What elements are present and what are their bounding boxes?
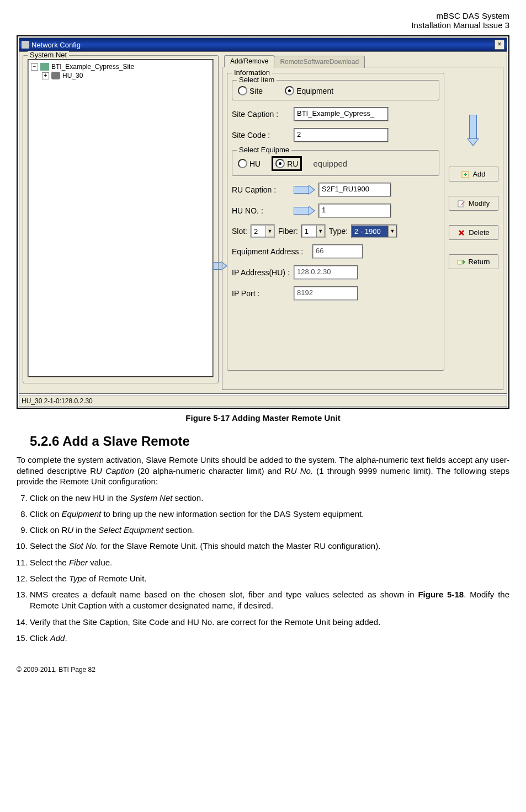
modify-button[interactable]: Modify bbox=[449, 196, 498, 211]
ip-addr-input: 128.0.2.30 bbox=[294, 265, 358, 280]
system-net-tree[interactable]: − BTI_Example_Cypress_Site + HU_30 bbox=[28, 59, 214, 377]
delete-icon bbox=[458, 229, 465, 237]
radio-icon bbox=[238, 159, 247, 168]
equip-addr-label: Equipment Address : bbox=[232, 247, 309, 256]
slot-dropdown[interactable]: 2 ▼ bbox=[251, 225, 275, 238]
equipped-label: equipped bbox=[313, 159, 347, 168]
tree-site-row[interactable]: − BTI_Example_Cypress_Site bbox=[31, 62, 210, 71]
step-7: Click on the new HU in the System Net se… bbox=[30, 493, 509, 504]
add-icon bbox=[461, 170, 469, 178]
header-line1: mBSC DAS System bbox=[17, 11, 509, 20]
site-caption-input[interactable]: BTI_Example_Cypress_ bbox=[294, 107, 389, 121]
radio-icon bbox=[285, 86, 294, 95]
information-group: Information Select item Site Equipment bbox=[227, 73, 444, 371]
radio-ru[interactable]: RU bbox=[275, 159, 298, 168]
svg-rect-2 bbox=[458, 260, 462, 264]
expander-icon[interactable]: + bbox=[42, 72, 49, 79]
type-value: 2 - 1900 bbox=[354, 227, 381, 236]
type-dropdown[interactable]: 2 - 1900 ▼ bbox=[351, 225, 397, 238]
modify-icon bbox=[458, 200, 465, 207]
site-code-label: Site Code : bbox=[232, 131, 290, 140]
radio-site[interactable]: Site bbox=[238, 86, 263, 95]
delete-button-label: Delete bbox=[469, 228, 490, 237]
window-titlebar: Network Config × bbox=[19, 38, 507, 52]
step-11: Select the Fiber value. bbox=[30, 557, 509, 568]
return-button-label: Return bbox=[468, 258, 490, 266]
select-item-group: Select item Site Equipment bbox=[232, 80, 439, 100]
modify-button-label: Modify bbox=[469, 199, 490, 207]
status-bar: HU_30 2-1-0:128.0.2.30 bbox=[19, 395, 507, 407]
hu-no-label: HU NO. : bbox=[232, 206, 290, 215]
section-heading: 5.2.6 Add a Slave Remote bbox=[30, 434, 509, 449]
chevron-down-icon: ▼ bbox=[265, 226, 274, 237]
site-code-input[interactable]: 2 bbox=[294, 128, 389, 142]
close-button[interactable]: × bbox=[495, 40, 504, 50]
network-config-window: Network Config × System Net − BTI_Exampl… bbox=[19, 38, 507, 407]
select-item-legend: Select item bbox=[237, 76, 277, 84]
app-icon bbox=[22, 41, 29, 49]
radio-hu[interactable]: HU bbox=[238, 159, 261, 168]
step-13: NMS creates a default name based on the … bbox=[30, 589, 509, 612]
select-equipment-group: Select Equipme HU RU e bbox=[232, 150, 439, 176]
step-15: Click Add. bbox=[30, 633, 509, 644]
tree-hu-row[interactable]: + HU_30 bbox=[31, 71, 210, 80]
type-label: Type: bbox=[329, 227, 348, 236]
fiber-label: Fiber: bbox=[278, 227, 298, 236]
figure-caption: Figure 5-17 Adding Master Remote Unit bbox=[17, 413, 509, 423]
delete-button[interactable]: Delete bbox=[449, 225, 498, 240]
return-icon bbox=[457, 258, 465, 266]
radio-site-label: Site bbox=[249, 87, 263, 95]
slot-value: 2 bbox=[254, 227, 258, 236]
ru-highlight-box: RU bbox=[272, 156, 302, 171]
ip-addr-label: IP Address(HU) : bbox=[232, 268, 290, 277]
expander-icon[interactable]: − bbox=[31, 63, 38, 71]
tab-bar: Add/Remove RemoteSoftwareDownload bbox=[224, 55, 503, 67]
annotation-arrow-hu-no bbox=[294, 206, 315, 215]
add-button-label: Add bbox=[472, 170, 485, 178]
step-8: Click on Equipment to bring up the new i… bbox=[30, 509, 509, 520]
footer: © 2009-2011, BTI Page 82 bbox=[17, 666, 509, 674]
window-title: Network Config bbox=[31, 41, 81, 49]
tree-hu-label: HU_30 bbox=[62, 72, 83, 79]
select-equipment-legend: Select Equipme bbox=[237, 146, 291, 154]
system-net-legend: System Net bbox=[28, 51, 69, 59]
figure-screenshot-frame: Network Config × System Net − BTI_Exampl… bbox=[17, 35, 509, 409]
fiber-dropdown[interactable]: 1 ▼ bbox=[301, 225, 326, 238]
return-button[interactable]: Return bbox=[449, 254, 498, 269]
step-9: Click on RU in the Select Equipment sect… bbox=[30, 525, 509, 536]
radio-equipment[interactable]: Equipment bbox=[285, 86, 333, 95]
ip-port-input: 8192 bbox=[294, 286, 358, 301]
chevron-down-icon: ▼ bbox=[316, 226, 325, 237]
hu-icon bbox=[51, 72, 60, 79]
fiber-value: 1 bbox=[305, 227, 309, 236]
chevron-down-icon: ▼ bbox=[388, 226, 396, 237]
site-icon bbox=[40, 63, 49, 71]
page-header: mBSC DAS System Installation Manual Issu… bbox=[17, 11, 509, 30]
ip-port-label: IP Port : bbox=[232, 289, 290, 298]
site-caption-label: Site Caption : bbox=[232, 110, 290, 119]
steps-list: Click on the new HU in the System Net se… bbox=[17, 493, 509, 644]
tree-site-label: BTI_Example_Cypress_Site bbox=[51, 63, 134, 71]
system-net-group: System Net − BTI_Example_Cypress_Site + … bbox=[23, 55, 219, 383]
step-10: Select the Slot No. for the Slave Remote… bbox=[30, 541, 509, 552]
radio-icon bbox=[238, 86, 247, 95]
equip-addr-input: 66 bbox=[312, 244, 363, 259]
annotation-arrow-ru-caption bbox=[294, 185, 315, 194]
radio-equipment-label: Equipment bbox=[296, 87, 333, 95]
tab-add-remove[interactable]: Add/Remove bbox=[224, 55, 274, 67]
step-14: Verify that the Site Caption, Site Code … bbox=[30, 617, 509, 628]
intro-paragraph: To complete the system activation, Slave… bbox=[17, 455, 509, 487]
add-button[interactable]: Add bbox=[449, 167, 498, 181]
header-line2: Installation Manual Issue 3 bbox=[17, 20, 509, 30]
radio-hu-label: HU bbox=[249, 159, 261, 168]
radio-ru-label: RU bbox=[287, 159, 298, 168]
ru-caption-label: RU Caption : bbox=[232, 185, 290, 194]
tab-remote-software-download[interactable]: RemoteSoftwareDownload bbox=[274, 56, 365, 68]
slot-label: Slot: bbox=[232, 227, 247, 236]
ru-caption-input[interactable]: S2F1_RU1900 bbox=[318, 183, 391, 197]
step-12: Select the Type of Remote Unit. bbox=[30, 573, 509, 584]
radio-icon bbox=[275, 159, 285, 168]
hu-no-input[interactable]: 1 bbox=[318, 204, 391, 218]
